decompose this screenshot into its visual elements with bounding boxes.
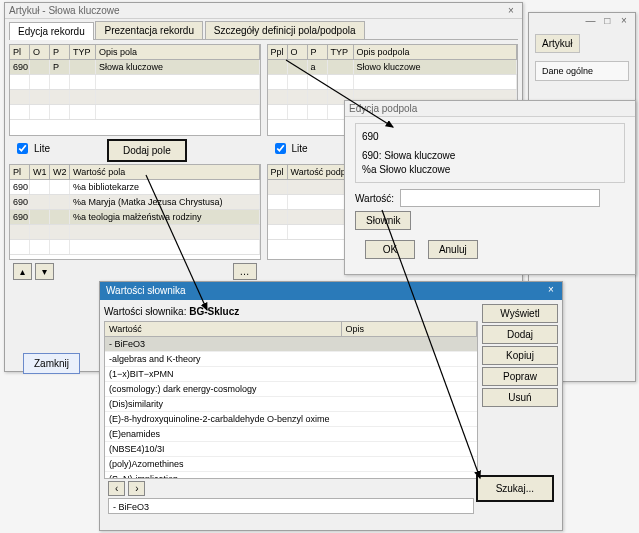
col-head: Opis (342, 322, 477, 336)
col-head: Pl (10, 165, 30, 179)
dict-label: Wartości słownika: BG-Sklucz (104, 304, 478, 321)
checkbox-lite-input[interactable] (17, 143, 28, 154)
window-title: Wartości słownika (106, 285, 186, 296)
anuluj-button[interactable]: Anuluj (428, 240, 478, 259)
col-head: P (308, 45, 328, 59)
tab-artykul[interactable]: Artykuł (535, 34, 580, 53)
close-icon[interactable]: × (544, 284, 558, 296)
col-head: Wartość pola (70, 165, 260, 179)
checkbox-lite-right-input[interactable] (275, 143, 286, 154)
value-input[interactable] (400, 189, 600, 207)
field-code: 690 (362, 131, 618, 142)
col-head: P (50, 45, 70, 59)
slownik-button[interactable]: Słownik (355, 211, 411, 230)
szukaj-button[interactable]: Szukaj... (476, 475, 554, 502)
col-head: W1 (30, 165, 50, 179)
col-head: Ppl (268, 45, 288, 59)
grid-row-empty (10, 240, 260, 255)
tabs: Edycja rekordu Prezentacja rekordu Szcze… (9, 21, 518, 40)
grid-row-empty (10, 105, 260, 120)
nav-first-button[interactable]: … (233, 263, 257, 280)
grid-pola: Pl O P TYP Opis pola 690 P Słowa kluczow… (9, 44, 261, 136)
col-head: TYP (328, 45, 354, 59)
dict-selected-display: - BiFeO3 (108, 498, 474, 514)
titlebar-main: Artykuł - Słowa kluczowe × (5, 3, 522, 19)
dict-row[interactable]: (NBSE4)10/3I (105, 442, 477, 457)
window-controls: — □ × (529, 13, 635, 28)
dict-row[interactable]: (poly)Azomethines (105, 457, 477, 472)
wyswietl-button[interactable]: Wyświetl (482, 304, 558, 323)
kopiuj-button[interactable]: Kopiuj (482, 346, 558, 365)
grid-row-empty (10, 75, 260, 90)
dict-row[interactable]: - BiFeO3 (105, 337, 477, 352)
nav-down-button[interactable]: ▾ (35, 263, 54, 280)
dict-prev-button[interactable]: ‹ (108, 481, 125, 496)
ok-button[interactable]: OK (365, 240, 415, 259)
col-head: Wartość (105, 322, 342, 336)
col-head: Pl (10, 45, 30, 59)
dict-row[interactable]: (E)enamides (105, 427, 477, 442)
tab-szczegoly[interactable]: Szczegóły definicji pola/podpola (205, 21, 365, 39)
wartosci-slownika-window: Wartości słownika × Wartości słownika: B… (99, 281, 563, 531)
edycja-podpola-window: Edycja podpola 690 690: Słowa kluczowe %… (344, 100, 636, 275)
close-icon[interactable]: × (504, 5, 518, 17)
popraw-button[interactable]: Popraw (482, 367, 558, 386)
value-label: Wartość: (355, 193, 394, 204)
dict-grid[interactable]: Wartość Opis - BiFeO3-algebras and K-the… (104, 321, 478, 479)
maximize-icon[interactable]: □ (600, 15, 614, 26)
dict-next-button[interactable]: › (128, 481, 145, 496)
panel-dane-ogolne: Dane ogólne (535, 61, 629, 81)
close-icon[interactable]: × (617, 15, 631, 26)
titlebar-dict: Wartości słownika × (100, 282, 562, 300)
window-title: Artykuł - Słowa kluczowe (9, 5, 120, 16)
add-field-button[interactable]: Dodaj pole (107, 139, 187, 162)
grid-row[interactable]: 690%a bibliotekarze (10, 180, 260, 195)
field-info-box: 690 690: Słowa kluczowe %a Słowo kluczow… (355, 123, 625, 183)
dict-row[interactable]: (E)-8-hydroxyquinoline-2-carbaldehyde O-… (105, 412, 477, 427)
nav-up-button[interactable]: ▴ (13, 263, 32, 280)
col-head: Opis pola (96, 45, 260, 59)
nav-buttons: ▴ ▾ … (13, 263, 257, 280)
col-head: W2 (50, 165, 70, 179)
titlebar-sub: Edycja podpola (345, 101, 635, 117)
grid-row-empty (10, 225, 260, 240)
grid-row[interactable]: 690%a teologia małżeństwa rodziny (10, 210, 260, 225)
grid-row[interactable]: 690 P Słowa kluczowe (10, 60, 260, 75)
minimize-icon[interactable]: — (583, 15, 597, 26)
grid-row[interactable]: 690%a Maryja (Matka Jezusa Chrystusa) (10, 195, 260, 210)
close-button[interactable]: Zamknij (23, 353, 80, 374)
col-head: O (30, 45, 50, 59)
checkbox-lite-right[interactable]: Lite (271, 140, 308, 157)
col-head: O (288, 45, 308, 59)
tab-edycja-rekordu[interactable]: Edycja rekordu (9, 22, 94, 40)
dict-row[interactable]: (Dis)similarity (105, 397, 477, 412)
dict-row[interactable]: (S, N)-implication (105, 472, 477, 479)
col-head: Ppl (268, 165, 288, 179)
grid-row[interactable]: a Słowo kluczowe (268, 60, 518, 75)
tab-prezentacja-rekordu[interactable]: Prezentacja rekordu (95, 21, 203, 39)
col-head: TYP (70, 45, 96, 59)
dodaj-button[interactable]: Dodaj (482, 325, 558, 344)
usun-button[interactable]: Usuń (482, 388, 558, 407)
grid-row-empty (10, 90, 260, 105)
col-head: Opis podpola (354, 45, 518, 59)
dict-row[interactable]: (1−x)BIT−xPMN (105, 367, 477, 382)
dict-row[interactable]: -algebras and K-theory (105, 352, 477, 367)
grid-row-empty (268, 75, 518, 90)
checkbox-lite[interactable]: Lite (13, 140, 50, 157)
grid-wartosc-pola: Pl W1 W2 Wartość pola 690%a bibliotekarz… (9, 164, 261, 260)
dict-row[interactable]: (cosmology:) dark energy-cosmology (105, 382, 477, 397)
window-title: Edycja podpola (349, 103, 417, 114)
